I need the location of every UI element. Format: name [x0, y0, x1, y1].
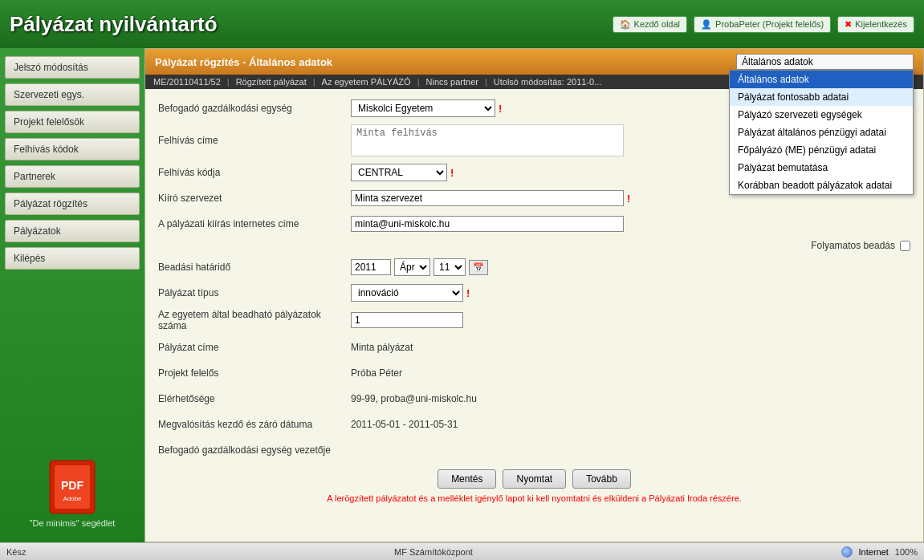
- sidebar-item-szervezeti[interactable]: Szervezeti egys.: [5, 83, 140, 106]
- kiiro-input[interactable]: [351, 190, 624, 206]
- nyomtat-button[interactable]: Nyomtat: [503, 469, 566, 489]
- beadhato-label: Az egyetem által beadható pályázatok szá…: [158, 309, 351, 331]
- tipus-row: Pályázat típus innováció !: [158, 283, 910, 302]
- browser-label: Internet: [859, 547, 889, 557]
- header-dropdown-container: Általános adatok Pályázat fontosabb adat…: [736, 54, 914, 70]
- tipus-label: Pályázat típus: [158, 287, 351, 298]
- dropdown-item-3[interactable]: Pályázat általános pénzügyi adatai: [730, 124, 913, 141]
- elerhetosege-label: Elérhetősége: [158, 393, 351, 404]
- folyamatos-label: Folyamatos beadás: [811, 240, 895, 251]
- logout-button[interactable]: ✖ Kijelentkezés: [837, 16, 914, 33]
- felhivas-cime-value: Minta felhívás: [356, 128, 438, 139]
- date-group: Ápr 11 📅: [351, 258, 488, 276]
- felhivas-cime-box: Minta felhívás: [351, 124, 624, 156]
- dropdown-item-0[interactable]: Általános adatok: [730, 71, 913, 88]
- megvalositas-label: Megvalósítás kezdő és záró dátuma: [158, 419, 351, 430]
- palyazat-cime-label: Pályázat címe: [158, 342, 351, 353]
- pdf-icon[interactable]: PDF Adobe: [48, 459, 96, 515]
- felhivas-kodja-select[interactable]: CENTRAL: [351, 164, 447, 181]
- internet-icon: [841, 546, 853, 558]
- dropdown-item-2[interactable]: Pályázó szervezeti egységek: [730, 106, 913, 124]
- info-partner: Nincs partner: [426, 77, 478, 87]
- befogado-excl: !: [499, 103, 502, 115]
- felhivas-kodja-label: Felhívás kódja: [158, 167, 351, 178]
- zoom-label: 100%: [895, 547, 918, 557]
- felhivas-cime-label: Felhívás címe: [158, 135, 351, 146]
- folyamatos-checkbox[interactable]: [900, 241, 910, 251]
- pdf-label: "De minimis" segédlet: [30, 518, 116, 528]
- elerhetosege-value: 99-99, proba@uni-miskolc.hu: [351, 393, 477, 404]
- folyamatos-row: Folyamatos beadás: [158, 240, 910, 251]
- form-header-title: Pályázat rögzítés - Általános adatok: [155, 56, 332, 68]
- sidebar-item-kilepes[interactable]: Kilépés: [5, 247, 140, 270]
- tovabb-button[interactable]: Tovább: [572, 469, 631, 489]
- palyazat-cime-value: Minta pályázat: [351, 342, 413, 353]
- top-bar: Pályázat nyilvántartó 🏠 Kezdő oldal 👤 Pr…: [0, 0, 924, 48]
- internet-row: A pályázati kiírás internetes címe: [158, 214, 910, 233]
- internet-input[interactable]: [351, 216, 624, 232]
- dropdown-overlay: Általános adatok Pályázat fontosabb adat…: [729, 70, 914, 195]
- sidebar: Jelszó módosítás Szervezeti egys. Projek…: [0, 48, 145, 542]
- megvalositas-value: 2011-05-01 - 2011-05-31: [351, 419, 458, 430]
- svg-text:PDF: PDF: [61, 479, 83, 492]
- beadhato-row: Az egyetem által beadható pályázatok szá…: [158, 309, 910, 331]
- info-id: ME/20110411/52: [153, 77, 221, 87]
- info-palyazo: Az egyetem PÁLYÁZÓ: [322, 77, 411, 87]
- tipus-select[interactable]: innováció: [351, 284, 463, 302]
- status-right: Internet 100%: [841, 546, 918, 558]
- befogado2-label: Befogadó gazdálkodási egység vezetője: [158, 444, 351, 456]
- form-header: Pályázat rögzítés - Általános adatok Ált…: [145, 49, 923, 75]
- kiiro-excl: !: [627, 193, 630, 205]
- info-modified: Utolsó módosítás: 2011-0...: [494, 77, 602, 87]
- megvalositas-row: Megvalósítás kezdő és záró dátuma 2011-0…: [158, 415, 910, 434]
- sidebar-item-rogzites[interactable]: Pályázat rögzítés: [5, 193, 140, 215]
- user-button[interactable]: 👤 ProbaPeter (Projekt felelős): [694, 16, 831, 33]
- status-left: Kész: [6, 547, 26, 557]
- sidebar-item-felhivas[interactable]: Felhívás kódok: [5, 138, 140, 160]
- befogado2-row: Befogadó gazdálkodási egység vezetője: [158, 440, 910, 460]
- day-select[interactable]: 11: [434, 258, 466, 276]
- main-layout: Jelszó módosítás Szervezeti egys. Projek…: [0, 48, 924, 542]
- dropdown-item-4[interactable]: Főpályázó (ME) pénzügyi adatai: [730, 141, 913, 159]
- felhivas-kodja-excl: !: [450, 167, 454, 179]
- felhivas-kodja-group: CENTRAL !: [351, 164, 454, 181]
- status-bar: Kész MF Számítóközpont Internet 100%: [0, 542, 924, 560]
- logout-icon: ✖: [845, 19, 852, 30]
- befogado-field-group: Miskolci Egyetem !: [351, 99, 502, 117]
- projekt-felelos-value: Próba Péter: [351, 367, 402, 379]
- befogado-select[interactable]: Miskolci Egyetem: [351, 99, 495, 117]
- info-status: Rögzített pályázat: [236, 77, 307, 87]
- home-icon: 🏠: [620, 19, 631, 30]
- month-select[interactable]: Ápr: [394, 258, 430, 276]
- year-input[interactable]: [351, 259, 391, 275]
- internet-label: A pályázati kiírás internetes címe: [158, 218, 351, 229]
- sidebar-item-partnerek[interactable]: Partnerek: [5, 165, 140, 188]
- palyazat-cime-row: Pályázat címe Minta pályázat: [158, 338, 910, 357]
- content-area: Pályázat rögzítés - Általános adatok Ált…: [145, 48, 924, 542]
- top-nav: 🏠 Kezdő oldal 👤 ProbaPeter (Projekt fele…: [613, 16, 914, 33]
- calendar-button[interactable]: 📅: [469, 260, 488, 275]
- tipus-group: innováció !: [351, 284, 470, 302]
- beadasi-row: Beadási határidő Ápr 11 📅: [158, 258, 910, 277]
- befogado-label: Befogadó gazdálkodási egység: [158, 103, 351, 114]
- sidebar-item-jelszo[interactable]: Jelszó módosítás: [5, 56, 140, 79]
- user-icon: 👤: [701, 19, 712, 30]
- dropdown-item-5[interactable]: Pályázat bemutatása: [730, 159, 913, 177]
- sidebar-item-palyazatok[interactable]: Pályázatok: [5, 220, 140, 242]
- home-button[interactable]: 🏠 Kezdő oldal: [613, 16, 688, 33]
- beadhato-input[interactable]: [351, 312, 463, 328]
- tipus-excl: !: [466, 287, 470, 299]
- projekt-felelos-row: Projekt felelős Próba Péter: [158, 363, 910, 383]
- mentes-button[interactable]: Mentés: [438, 469, 496, 489]
- beadasi-label: Beadási határidő: [158, 262, 351, 273]
- kiiro-label: Kiíró szervezet: [158, 193, 351, 204]
- status-center: MF Számítóközpont: [394, 547, 473, 557]
- app-title: Pályázat nyilvántartó: [10, 12, 218, 37]
- section-dropdown[interactable]: Általános adatok Pályázat fontosabb adat…: [736, 54, 914, 70]
- svg-text:Adobe: Adobe: [63, 495, 82, 502]
- dropdown-item-6[interactable]: Korábban beadott pályázatok adatai: [730, 177, 913, 194]
- kiiro-group: !: [351, 190, 630, 206]
- sidebar-item-projekt[interactable]: Projekt felelősök: [5, 111, 140, 133]
- projekt-felelos-label: Projekt felelős: [158, 367, 351, 379]
- dropdown-item-1[interactable]: Pályázat fontosabb adatai: [730, 88, 913, 106]
